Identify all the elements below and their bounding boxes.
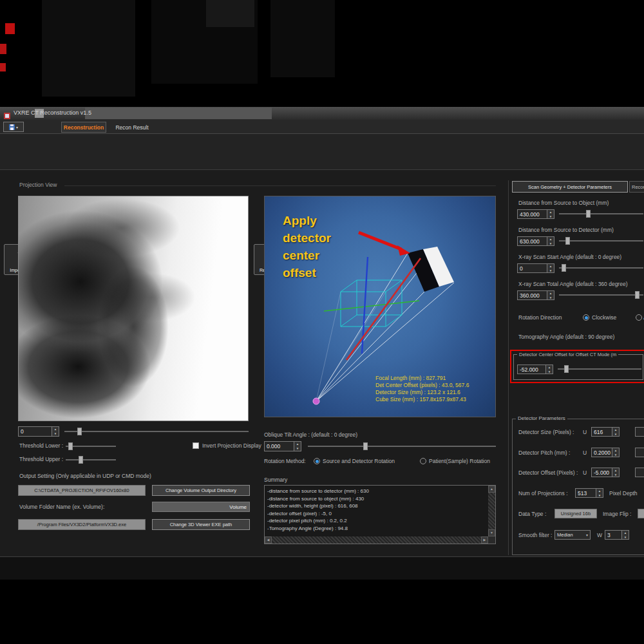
- image-flip-label: Image Flip :: [603, 511, 631, 517]
- scroll-right-icon[interactable]: ▶: [481, 536, 488, 544]
- bottom-black-bar: [0, 580, 644, 644]
- scroll-left-icon[interactable]: ◀: [265, 536, 272, 544]
- frame-value: 0: [19, 427, 52, 436]
- change-output-directory-button[interactable]: Change Volume Output Directory: [152, 485, 250, 496]
- slider-handle[interactable]: [363, 442, 368, 450]
- red-marker: [5, 23, 15, 34]
- smooth-window-spinner[interactable]: 3 ▲▼: [605, 530, 629, 540]
- detector-offset-v-spinner[interactable]: ▲▼: [635, 468, 644, 477]
- projection-view-title: Projection View: [19, 182, 57, 188]
- source-detector-distance-slider[interactable]: [559, 236, 643, 245]
- anticlockwise-radio[interactable]: [636, 314, 642, 321]
- frame-spinner[interactable]: 0 ▲▼: [18, 426, 59, 437]
- num-projections-spinner[interactable]: 513 ▲▼: [575, 488, 603, 498]
- source-object-distance-slider[interactable]: [559, 209, 643, 218]
- patient-rotation-radio[interactable]: [420, 458, 426, 464]
- scan-total-angle-slider[interactable]: [559, 290, 643, 299]
- tab-recon[interactable]: Recon: [629, 181, 644, 193]
- window-title: VXRE CT Reconstruction v1.5: [14, 109, 91, 116]
- scroll-up-icon[interactable]: ▲: [488, 486, 495, 493]
- spinner-arrows-icon[interactable]: ▲▼: [596, 489, 603, 497]
- slider-handle[interactable]: [635, 291, 639, 299]
- geometry-3d-view[interactable]: Apply detector center offset Focal Lengt…: [264, 196, 496, 417]
- threshold-upper-slider[interactable]: [66, 455, 116, 464]
- param-value: 3: [605, 531, 621, 539]
- app-bottom-strip: [0, 557, 644, 580]
- patient-rotation-label: Patient(Sample) Rotation: [429, 458, 490, 464]
- data-type-label: Data Type :: [518, 511, 546, 517]
- desktop-thumbnail: [42, 0, 135, 97]
- rotation-method-label: Rotation Method:: [264, 458, 306, 464]
- tab-recon-result[interactable]: Recon Result: [109, 122, 155, 133]
- output-directory-path-button[interactable]: C:\CTDATA_PROJECTION_RF\FOV160x80: [18, 485, 146, 496]
- detector-parameters-title: Detector Parameters: [516, 415, 567, 421]
- oblique-tilt-slider[interactable]: [308, 442, 496, 451]
- menu-bar: ▾ Reconstruction Recon Result: [0, 120, 644, 134]
- scan-total-angle-spinner[interactable]: 360.000 ▲▼: [517, 290, 554, 300]
- viewer-exe-path-button[interactable]: /Program Files/VX3D2/PlatformVX3D.exe: [18, 519, 146, 530]
- spinner-arrows-icon[interactable]: ▲▼: [612, 428, 619, 436]
- oblique-tilt-spinner[interactable]: 0.000 ▲▼: [264, 441, 301, 451]
- slider-handle[interactable]: [564, 365, 569, 373]
- u-label: U: [583, 450, 587, 456]
- threshold-lower-slider[interactable]: [66, 442, 116, 451]
- scroll-down-icon[interactable]: ▼: [488, 529, 495, 536]
- spinner-arrows-icon[interactable]: ▲▼: [612, 468, 619, 477]
- summary-box: -distance from source to detector (mm) :…: [264, 485, 496, 544]
- param-label: Distance from Source to Object (mm): [518, 200, 609, 206]
- data-type-button[interactable]: Unsigned 16b: [554, 509, 597, 518]
- quick-save-button[interactable]: ▾: [3, 122, 24, 132]
- invert-projection-label: Invert Projection Display: [202, 442, 261, 449]
- smooth-filter-dropdown[interactable]: Median ▾: [554, 530, 591, 540]
- spinner-arrows-icon[interactable]: ▲▼: [547, 237, 554, 245]
- detector-pitch-u-spinner[interactable]: 0.2000 ▲▼: [591, 448, 620, 457]
- spinner-arrows-icon[interactable]: ▲▼: [547, 264, 554, 272]
- output-setting-title: Output Setting (Only applicable in UDP o…: [19, 473, 151, 479]
- detector-size-v-spinner[interactable]: ▲▼: [635, 427, 644, 437]
- pixel-depth-label: Pixel Depth: [609, 490, 637, 497]
- summary-title: Summary: [264, 477, 287, 483]
- spinner-arrows-icon[interactable]: ▲▼: [612, 448, 619, 457]
- scan-start-angle-slider[interactable]: [559, 263, 643, 272]
- volume-folder-input[interactable]: Volume: [152, 502, 250, 512]
- slider-handle[interactable]: [79, 456, 83, 464]
- tab-reconstruction[interactable]: Reconstruction: [61, 122, 106, 133]
- spinner-arrows-icon[interactable]: ▲▼: [621, 531, 629, 539]
- spinner-arrows-icon[interactable]: ▲▼: [545, 365, 553, 374]
- invert-projection-checkbox[interactable]: [193, 442, 199, 449]
- title-bar[interactable]: VXRE CT Reconstruction v1.5: [0, 107, 644, 120]
- detector-center-offset-slider[interactable]: [558, 365, 641, 374]
- image-flip-button[interactable]: [638, 509, 644, 518]
- change-viewer-exe-button[interactable]: Change 3D Viewer EXE path: [152, 519, 250, 530]
- detector-pitch-v-spinner[interactable]: ▲▼: [635, 448, 644, 457]
- detector-size-u-spinner[interactable]: 616 ▲▼: [591, 427, 620, 437]
- oblique-tilt-value: 0.000: [265, 442, 294, 451]
- spinner-arrows-icon[interactable]: ▲▼: [547, 291, 554, 299]
- slider-handle[interactable]: [586, 210, 591, 218]
- slider-handle[interactable]: [68, 442, 73, 450]
- source-detector-rotation-radio[interactable]: [314, 458, 320, 464]
- param-label: X-ray Scan Start Angle (default : 0 degr…: [518, 254, 621, 260]
- spinner-arrows-icon[interactable]: ▲▼: [547, 210, 554, 218]
- slider-handle[interactable]: [565, 237, 570, 245]
- clockwise-radio[interactable]: [583, 314, 589, 321]
- detector-center-offset-spinner[interactable]: -52.000 ▲▼: [517, 365, 553, 374]
- param-value: 360.000: [518, 291, 547, 299]
- source-object-distance-spinner[interactable]: 430.000 ▲▼: [517, 209, 554, 219]
- annotation-text: Apply detector center offset: [283, 212, 331, 281]
- tab-scan-geometry[interactable]: Scan Geometry + Detector Parameters: [512, 181, 628, 193]
- red-marker: [0, 63, 6, 71]
- spinner-arrows-icon[interactable]: ▲▼: [52, 427, 59, 436]
- source-detector-distance-spinner[interactable]: 630.000 ▲▼: [517, 236, 554, 246]
- scan-start-angle-spinner[interactable]: 0 ▲▼: [517, 263, 554, 273]
- geometry-stats: Focal Length (mm) : 827.791 Det Center O…: [375, 375, 469, 403]
- param-label: Distance from Source to Detector (mm): [518, 227, 614, 233]
- frame-slider[interactable]: [64, 427, 249, 436]
- param-value: 0.2000: [592, 448, 612, 457]
- detector-offset-u-spinner[interactable]: -5.000 ▲▼: [591, 468, 620, 477]
- slider-handle[interactable]: [77, 428, 82, 435]
- param-value: -5.000: [592, 468, 612, 477]
- num-projections-label: Num of Projections :: [518, 490, 568, 497]
- slider-handle[interactable]: [562, 264, 566, 272]
- spinner-arrows-icon[interactable]: ▲▼: [294, 442, 301, 451]
